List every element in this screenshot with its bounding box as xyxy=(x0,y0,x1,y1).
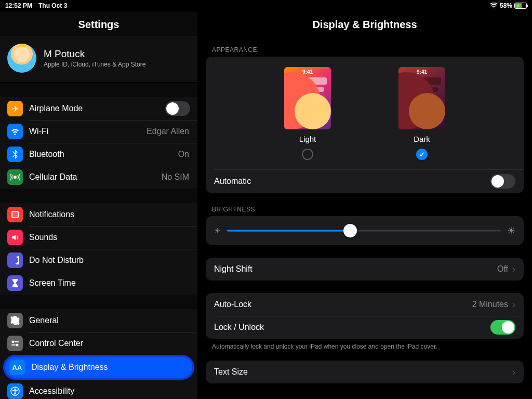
lock-note: Automatically lock and unlock your iPad … xyxy=(197,343,532,361)
row-sounds[interactable]: Sounds xyxy=(0,226,197,249)
row-automatic[interactable]: Automatic xyxy=(206,169,524,193)
airplane-icon: ✈ xyxy=(7,101,23,116)
control-center-icon xyxy=(7,336,23,351)
svg-rect-3 xyxy=(11,344,16,345)
row-display-brightness[interactable]: AA Display & Brightness xyxy=(3,355,194,380)
text-card: Text Size › xyxy=(206,361,524,383)
row-auto-lock[interactable]: Auto-Lock 2 Minutes › xyxy=(206,293,524,316)
detail-pane: Display & Brightness APPEARANCE 9:41 Lig… xyxy=(197,11,532,399)
brightness-card: ☀ ☀ xyxy=(206,216,524,245)
sidebar-group-alerts: Notifications Sounds Do Not Disturb Scre… xyxy=(0,203,197,295)
brightness-label: BRIGHTNESS xyxy=(197,206,532,216)
light-thumb: 9:41 xyxy=(284,67,331,129)
row-text-size[interactable]: Text Size › xyxy=(206,361,524,383)
battery-pct: 58% xyxy=(500,2,512,9)
sun-large-icon: ☀ xyxy=(507,225,515,236)
wifi-icon xyxy=(7,124,23,139)
appearance-light[interactable]: 9:41 Light xyxy=(284,67,331,160)
hourglass-icon xyxy=(7,275,23,291)
wifi-icon xyxy=(490,2,498,10)
lock-unlock-switch[interactable] xyxy=(490,320,515,335)
brightness-slider[interactable] xyxy=(227,223,501,238)
avatar xyxy=(7,44,36,73)
sidebar-group-general: General Control Center AA Display & Brig… xyxy=(0,309,197,399)
bluetooth-icon xyxy=(7,147,23,162)
row-notifications[interactable]: Notifications xyxy=(0,203,197,226)
automatic-switch[interactable] xyxy=(490,174,515,189)
settings-sidebar: Settings M Potuck Apple ID, iCloud, iTun… xyxy=(0,11,197,399)
row-airplane-mode[interactable]: ✈ Airplane Mode xyxy=(0,97,197,120)
notifications-icon xyxy=(7,207,23,222)
row-lock-unlock[interactable]: Lock / Unlock xyxy=(206,316,524,339)
gear-icon xyxy=(7,313,23,328)
nightshift-card: Night Shift Off › xyxy=(206,258,524,281)
lock-card: Auto-Lock 2 Minutes › Lock / Unlock xyxy=(206,293,524,339)
svg-point-5 xyxy=(15,389,16,390)
sun-small-icon: ☀ xyxy=(214,227,221,235)
row-bluetooth[interactable]: Bluetooth On xyxy=(0,143,197,166)
status-time: 12:52 PM xyxy=(5,2,32,9)
row-control-center[interactable]: Control Center xyxy=(0,332,197,355)
sidebar-title: Settings xyxy=(0,11,197,36)
appearance-label: APPEARANCE xyxy=(197,46,532,57)
sounds-icon xyxy=(7,230,23,245)
profile-row[interactable]: M Potuck Apple ID, iCloud, iTunes & App … xyxy=(0,36,197,83)
appearance-card: 9:41 Light 9:41 Dark xyxy=(206,57,524,193)
row-screen-time[interactable]: Screen Time xyxy=(0,272,197,295)
row-dnd[interactable]: Do Not Disturb xyxy=(0,249,197,272)
row-general[interactable]: General xyxy=(0,309,197,332)
profile-sub: Apple ID, iCloud, iTunes & App Store xyxy=(44,61,145,68)
row-accessibility[interactable]: Accessibility xyxy=(0,380,197,399)
light-radio[interactable] xyxy=(302,149,313,160)
dark-thumb: 9:41 xyxy=(398,67,445,129)
status-date: Thu Oct 3 xyxy=(38,2,67,9)
sidebar-group-connectivity: ✈ Airplane Mode Wi-Fi Edgar Allen Blueto… xyxy=(0,97,197,189)
profile-name: M Potuck xyxy=(44,48,145,60)
chevron-right-icon: › xyxy=(512,264,515,275)
row-night-shift[interactable]: Night Shift Off › xyxy=(206,258,524,281)
svg-point-0 xyxy=(12,341,15,343)
row-wifi[interactable]: Wi-Fi Edgar Allen xyxy=(0,120,197,143)
chevron-right-icon: › xyxy=(512,367,515,378)
airplane-switch[interactable] xyxy=(165,101,190,116)
chevron-right-icon: › xyxy=(512,299,515,310)
text-size-icon: AA xyxy=(9,360,25,375)
dark-radio[interactable] xyxy=(416,149,428,160)
status-bar: 12:52 PM Thu Oct 3 58% ⚡ xyxy=(0,0,532,11)
svg-point-2 xyxy=(16,344,19,347)
battery-icon: ⚡ xyxy=(514,3,527,9)
svg-rect-1 xyxy=(15,341,19,342)
cellular-icon xyxy=(7,169,23,185)
detail-title: Display & Brightness xyxy=(197,11,532,46)
row-cellular[interactable]: Cellular Data No SIM xyxy=(0,166,197,189)
appearance-dark[interactable]: 9:41 Dark xyxy=(398,67,445,160)
accessibility-icon xyxy=(7,383,23,399)
moon-icon xyxy=(7,252,23,268)
